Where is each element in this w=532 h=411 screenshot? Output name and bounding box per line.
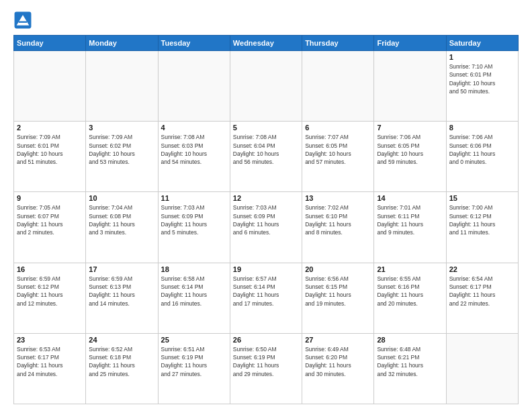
- page: SundayMondayTuesdayWednesdayThursdayFrid…: [0, 0, 532, 411]
- day-number: 11: [161, 194, 227, 202]
- calendar-cell: 17Sunrise: 6:59 AM Sunset: 6:13 PM Dayli…: [86, 263, 158, 333]
- calendar-cell: 23Sunrise: 6:53 AM Sunset: 6:17 PM Dayli…: [14, 333, 86, 404]
- day-info: Sunrise: 7:06 AM Sunset: 6:06 PM Dayligh…: [449, 133, 515, 166]
- day-number: 10: [89, 194, 154, 202]
- calendar-cell: 4Sunrise: 7:08 AM Sunset: 6:03 PM Daylig…: [158, 122, 230, 192]
- day-number: 19: [233, 265, 299, 273]
- weekday-header-wednesday: Wednesday: [230, 36, 302, 51]
- week-row-4: 23Sunrise: 6:53 AM Sunset: 6:17 PM Dayli…: [14, 333, 519, 404]
- day-number: 28: [377, 336, 443, 344]
- day-number: 9: [17, 194, 83, 202]
- calendar-cell: 12Sunrise: 7:03 AM Sunset: 6:09 PM Dayli…: [230, 192, 302, 263]
- calendar-cell: 14Sunrise: 7:01 AM Sunset: 6:11 PM Dayli…: [374, 192, 446, 263]
- day-number: 1: [449, 53, 515, 61]
- svg-rect-2: [19, 21, 27, 23]
- day-number: 24: [89, 336, 154, 344]
- day-info: Sunrise: 6:59 AM Sunset: 6:13 PM Dayligh…: [89, 275, 154, 308]
- day-number: 23: [17, 336, 83, 344]
- calendar-cell: 10Sunrise: 7:04 AM Sunset: 6:08 PM Dayli…: [86, 192, 158, 263]
- day-info: Sunrise: 7:09 AM Sunset: 6:02 PM Dayligh…: [89, 133, 154, 166]
- calendar-cell: 21Sunrise: 6:55 AM Sunset: 6:16 PM Dayli…: [374, 263, 446, 333]
- calendar-cell: 6Sunrise: 7:07 AM Sunset: 6:05 PM Daylig…: [302, 122, 374, 192]
- calendar-cell: [230, 51, 302, 122]
- calendar-cell: 20Sunrise: 6:56 AM Sunset: 6:15 PM Dayli…: [302, 263, 374, 333]
- calendar-cell: 28Sunrise: 6:48 AM Sunset: 6:21 PM Dayli…: [374, 333, 446, 404]
- week-row-1: 2Sunrise: 7:09 AM Sunset: 6:01 PM Daylig…: [14, 122, 519, 192]
- day-info: Sunrise: 7:09 AM Sunset: 6:01 PM Dayligh…: [17, 133, 83, 166]
- day-number: 5: [233, 124, 299, 132]
- calendar-cell: 5Sunrise: 7:08 AM Sunset: 6:04 PM Daylig…: [230, 122, 302, 192]
- day-number: 25: [161, 336, 227, 344]
- calendar-cell: 8Sunrise: 7:06 AM Sunset: 6:06 PM Daylig…: [446, 122, 518, 192]
- day-info: Sunrise: 6:49 AM Sunset: 6:20 PM Dayligh…: [305, 345, 371, 378]
- day-info: Sunrise: 7:08 AM Sunset: 6:03 PM Dayligh…: [161, 133, 227, 166]
- day-number: 2: [17, 124, 83, 132]
- calendar-cell: [374, 51, 446, 122]
- day-info: Sunrise: 6:48 AM Sunset: 6:21 PM Dayligh…: [377, 345, 443, 378]
- calendar-cell: [446, 333, 518, 404]
- day-number: 26: [233, 336, 299, 344]
- day-number: 17: [89, 265, 154, 273]
- day-number: 16: [17, 265, 83, 273]
- day-number: 27: [305, 336, 371, 344]
- day-info: Sunrise: 7:02 AM Sunset: 6:10 PM Dayligh…: [305, 203, 371, 236]
- weekday-header-monday: Monday: [86, 36, 158, 51]
- calendar-cell: 19Sunrise: 6:57 AM Sunset: 6:14 PM Dayli…: [230, 263, 302, 333]
- logo-icon: [13, 11, 32, 30]
- weekday-header-tuesday: Tuesday: [158, 36, 230, 51]
- day-number: 22: [449, 265, 515, 273]
- calendar-cell: 15Sunrise: 7:00 AM Sunset: 6:12 PM Dayli…: [446, 192, 518, 263]
- weekday-header-saturday: Saturday: [446, 36, 518, 51]
- logo: [13, 11, 35, 30]
- day-number: 21: [377, 265, 443, 273]
- calendar-cell: 11Sunrise: 7:03 AM Sunset: 6:09 PM Dayli…: [158, 192, 230, 263]
- calendar-cell: 26Sunrise: 6:50 AM Sunset: 6:19 PM Dayli…: [230, 333, 302, 404]
- weekday-header-row: SundayMondayTuesdayWednesdayThursdayFrid…: [14, 36, 519, 51]
- day-number: 6: [305, 124, 371, 132]
- day-info: Sunrise: 7:06 AM Sunset: 6:05 PM Dayligh…: [377, 133, 443, 166]
- calendar-cell: 16Sunrise: 6:59 AM Sunset: 6:12 PM Dayli…: [14, 263, 86, 333]
- day-info: Sunrise: 7:10 AM Sunset: 6:01 PM Dayligh…: [449, 62, 515, 95]
- day-info: Sunrise: 6:51 AM Sunset: 6:19 PM Dayligh…: [161, 345, 227, 378]
- calendar-cell: [86, 51, 158, 122]
- day-info: Sunrise: 7:07 AM Sunset: 6:05 PM Dayligh…: [305, 133, 371, 166]
- day-info: Sunrise: 7:01 AM Sunset: 6:11 PM Dayligh…: [377, 203, 443, 236]
- week-row-0: 1Sunrise: 7:10 AM Sunset: 6:01 PM Daylig…: [14, 51, 519, 122]
- day-number: 14: [377, 194, 443, 202]
- calendar-cell: [14, 51, 86, 122]
- day-number: 12: [233, 194, 299, 202]
- day-number: 20: [305, 265, 371, 273]
- header: [13, 11, 519, 30]
- calendar-cell: 9Sunrise: 7:05 AM Sunset: 6:07 PM Daylig…: [14, 192, 86, 263]
- calendar-cell: 25Sunrise: 6:51 AM Sunset: 6:19 PM Dayli…: [158, 333, 230, 404]
- calendar-table: SundayMondayTuesdayWednesdayThursdayFrid…: [13, 35, 519, 404]
- day-number: 3: [89, 124, 154, 132]
- day-info: Sunrise: 6:56 AM Sunset: 6:15 PM Dayligh…: [305, 275, 371, 308]
- day-info: Sunrise: 7:00 AM Sunset: 6:12 PM Dayligh…: [449, 203, 515, 236]
- calendar-cell: 7Sunrise: 7:06 AM Sunset: 6:05 PM Daylig…: [374, 122, 446, 192]
- day-info: Sunrise: 6:57 AM Sunset: 6:14 PM Dayligh…: [233, 275, 299, 308]
- calendar-cell: 13Sunrise: 7:02 AM Sunset: 6:10 PM Dayli…: [302, 192, 374, 263]
- day-info: Sunrise: 6:58 AM Sunset: 6:14 PM Dayligh…: [161, 275, 227, 308]
- calendar-cell: 24Sunrise: 6:52 AM Sunset: 6:18 PM Dayli…: [86, 333, 158, 404]
- calendar-cell: [302, 51, 374, 122]
- calendar-cell: [158, 51, 230, 122]
- day-info: Sunrise: 6:50 AM Sunset: 6:19 PM Dayligh…: [233, 345, 299, 378]
- weekday-header-thursday: Thursday: [302, 36, 374, 51]
- day-number: 4: [161, 124, 227, 132]
- day-info: Sunrise: 7:03 AM Sunset: 6:09 PM Dayligh…: [161, 203, 227, 236]
- day-info: Sunrise: 7:05 AM Sunset: 6:07 PM Dayligh…: [17, 203, 83, 236]
- day-number: 15: [449, 194, 515, 202]
- calendar-cell: 18Sunrise: 6:58 AM Sunset: 6:14 PM Dayli…: [158, 263, 230, 333]
- day-info: Sunrise: 7:04 AM Sunset: 6:08 PM Dayligh…: [89, 203, 154, 236]
- day-info: Sunrise: 6:54 AM Sunset: 6:17 PM Dayligh…: [449, 275, 515, 308]
- calendar-cell: 1Sunrise: 7:10 AM Sunset: 6:01 PM Daylig…: [446, 51, 518, 122]
- day-info: Sunrise: 6:52 AM Sunset: 6:18 PM Dayligh…: [89, 345, 154, 378]
- day-info: Sunrise: 7:08 AM Sunset: 6:04 PM Dayligh…: [233, 133, 299, 166]
- calendar-cell: 3Sunrise: 7:09 AM Sunset: 6:02 PM Daylig…: [86, 122, 158, 192]
- day-number: 13: [305, 194, 371, 202]
- weekday-header-friday: Friday: [374, 36, 446, 51]
- calendar-cell: 22Sunrise: 6:54 AM Sunset: 6:17 PM Dayli…: [446, 263, 518, 333]
- calendar-cell: 2Sunrise: 7:09 AM Sunset: 6:01 PM Daylig…: [14, 122, 86, 192]
- weekday-header-sunday: Sunday: [14, 36, 86, 51]
